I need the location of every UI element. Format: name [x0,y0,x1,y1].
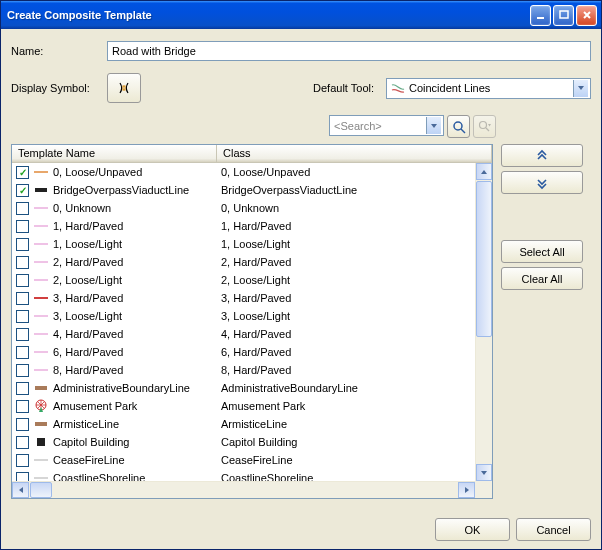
row-checkbox[interactable] [16,364,29,377]
row-checkbox[interactable] [16,292,29,305]
svg-rect-0 [537,17,544,19]
row-checkbox[interactable] [16,382,29,395]
table-row[interactable]: 2, Loose/Light2, Loose/Light [12,271,492,289]
template-grid: Template Name Class ✓0, Loose/Unpaved0, … [11,144,493,499]
window-title: Create Composite Template [7,9,530,21]
row-class-name: 0, Unknown [221,202,488,214]
row-class-name: 2, Hard/Paved [221,256,488,268]
cancel-button[interactable]: Cancel [516,518,591,541]
row-class-name: 4, Hard/Paved [221,328,488,340]
row-class-name: 0, Loose/Unpaved [221,166,488,178]
ok-button[interactable]: OK [435,518,510,541]
search-input[interactable]: <Search> [329,115,444,136]
move-down-button[interactable] [501,171,583,194]
row-template-name: 3, Hard/Paved [53,292,221,304]
table-row[interactable]: ArmisticeLineArmisticeLine [12,415,492,433]
row-class-name: BridgeOverpassViaductLine [221,184,488,196]
row-template-name: AdministrativeBoundaryLine [53,382,221,394]
table-row[interactable]: 3, Loose/Light3, Loose/Light [12,307,492,325]
move-up-button[interactable] [501,144,583,167]
row-swatch-icon [33,203,49,213]
close-button[interactable] [576,5,597,26]
table-row[interactable]: ✓BridgeOverpassViaductLineBridgeOverpass… [12,181,492,199]
row-checkbox[interactable] [16,202,29,215]
row-checkbox[interactable]: ✓ [16,184,29,197]
row-class-name: 1, Loose/Light [221,238,488,250]
minimize-button[interactable] [530,5,551,26]
scroll-left-arrow[interactable] [12,482,29,498]
row-class-name: Capitol Building [221,436,488,448]
svg-rect-17 [35,386,47,390]
row-checkbox[interactable] [16,418,29,431]
row-swatch-icon [33,383,49,393]
default-tool-label: Default Tool: [313,82,374,94]
clear-all-button[interactable]: Clear All [501,267,583,290]
scroll-thumb[interactable] [476,181,492,337]
row-swatch-icon [33,221,49,231]
row-template-name: 6, Hard/Paved [53,346,221,358]
name-label: Name: [11,45,99,57]
name-input[interactable] [107,41,591,61]
table-row[interactable]: Amusement ParkAmusement Park [12,397,492,415]
row-template-name: Amusement Park [53,400,221,412]
display-symbol-button[interactable] [107,73,141,103]
scroll-down-arrow[interactable] [476,464,492,481]
vertical-scrollbar[interactable] [475,163,492,481]
row-swatch-icon [33,436,49,448]
row-swatch-icon [33,365,49,375]
table-row[interactable]: 4, Hard/Paved4, Hard/Paved [12,325,492,343]
row-template-name: BridgeOverpassViaductLine [53,184,221,196]
table-row[interactable]: 1, Loose/Light1, Loose/Light [12,235,492,253]
row-class-name: 2, Loose/Light [221,274,488,286]
row-checkbox[interactable] [16,328,29,341]
svg-rect-20 [37,438,45,446]
row-checkbox[interactable] [16,400,29,413]
row-checkbox[interactable] [16,256,29,269]
row-checkbox[interactable] [16,238,29,251]
column-header-class[interactable]: Class [217,145,492,162]
coincident-lines-icon [391,81,405,95]
table-row[interactable]: CeaseFireLineCeaseFireLine [12,451,492,469]
search-button[interactable] [447,115,470,138]
row-checkbox[interactable] [16,274,29,287]
row-class-name: 3, Loose/Light [221,310,488,322]
table-row[interactable]: 3, Hard/Paved3, Hard/Paved [12,289,492,307]
row-class-name: 8, Hard/Paved [221,364,488,376]
row-checkbox[interactable] [16,220,29,233]
table-row[interactable]: 1, Hard/Paved1, Hard/Paved [12,217,492,235]
row-swatch-icon [33,167,49,177]
row-swatch-icon [33,347,49,357]
row-swatch-icon [33,275,49,285]
column-header-template-name[interactable]: Template Name [12,145,217,162]
row-class-name: AdministrativeBoundaryLine [221,382,488,394]
symbol-label: Display Symbol: [11,82,99,94]
row-checkbox[interactable] [16,310,29,323]
row-class-name: 1, Hard/Paved [221,220,488,232]
scroll-up-arrow[interactable] [476,163,492,180]
table-row[interactable]: 0, Unknown0, Unknown [12,199,492,217]
row-checkbox[interactable]: ✓ [16,166,29,179]
table-row[interactable]: 6, Hard/Paved6, Hard/Paved [12,343,492,361]
table-row[interactable]: 8, Hard/Paved8, Hard/Paved [12,361,492,379]
svg-rect-6 [35,188,47,192]
table-row[interactable]: AdministrativeBoundaryLineAdministrative… [12,379,492,397]
maximize-button[interactable] [553,5,574,26]
row-template-name: 4, Hard/Paved [53,328,221,340]
row-swatch-icon [33,399,49,413]
table-row[interactable]: Capitol BuildingCapitol Building [12,433,492,451]
hscroll-thumb[interactable] [30,482,52,498]
select-all-button[interactable]: Select All [501,240,583,263]
row-checkbox[interactable] [16,454,29,467]
row-swatch-icon [33,329,49,339]
default-tool-select[interactable]: Coincident Lines [386,78,591,99]
row-checkbox[interactable] [16,436,29,449]
row-checkbox[interactable] [16,346,29,359]
scroll-right-arrow[interactable] [458,482,475,498]
horizontal-scrollbar[interactable] [12,481,475,498]
row-template-name: 2, Loose/Light [53,274,221,286]
row-template-name: ArmisticeLine [53,418,221,430]
table-row[interactable]: ✓0, Loose/Unpaved0, Loose/Unpaved [12,163,492,181]
table-row[interactable]: 2, Hard/Paved2, Hard/Paved [12,253,492,271]
find-next-button [473,115,496,138]
row-template-name: 3, Loose/Light [53,310,221,322]
